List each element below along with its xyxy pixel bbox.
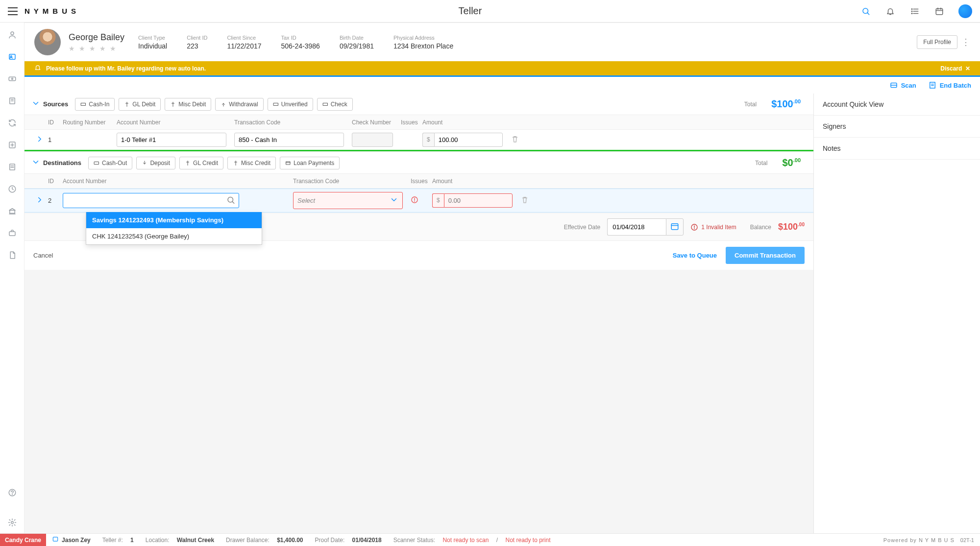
search-icon[interactable] [860,6,871,17]
sources-title: Sources [43,100,68,108]
meta-label-id: Client ID [187,35,207,41]
pill-cash-in[interactable]: Cash-In [75,98,115,111]
trash-icon[interactable] [511,138,519,145]
src-id: 1 [44,136,59,143]
th-id-d: ID [44,178,59,185]
rail-file-icon[interactable] [8,251,17,261]
pill-gl-debit[interactable]: GL Debit [119,98,161,111]
svg-point-5 [911,8,912,9]
svg-rect-49 [672,224,679,230]
rail-id-icon[interactable] [8,52,17,63]
status-chip[interactable]: Candy Crane [0,534,46,546]
dropdown-option-chk[interactable]: CHK 1241232543 (George Bailey) [86,228,262,244]
svg-rect-54 [53,537,57,541]
dest-thead: ID Account Number Transaction Code Issue… [24,174,813,189]
rail-person-icon[interactable] [8,30,17,41]
rail-note-icon[interactable] [8,163,17,173]
scan-button[interactable]: Scan [889,81,916,90]
calendar-icon[interactable] [666,218,684,236]
pill-misc-debit[interactable]: Misc Debit [165,98,211,111]
rail-gear-icon[interactable] [8,518,17,533]
dest-tcode-select[interactable]: Select [293,192,403,209]
panel-notes[interactable]: Notes [814,138,980,160]
balance-label: Balance [750,224,771,231]
pill-unverified[interactable]: Unverified [268,98,313,111]
dest-amount-input[interactable] [444,193,513,208]
sources-section: Sources Cash-In GL Debit Misc Debit With… [24,94,813,151]
panel-signers[interactable]: Signers [814,116,980,138]
pill-check[interactable]: Check [317,98,353,111]
status-user: Jason Zey [46,536,97,544]
th-amount: Amount [418,119,507,126]
dest-id: 2 [44,197,59,204]
row-expand-icon[interactable] [35,198,44,206]
commit-transaction-button[interactable]: Commit Transaction [726,247,805,264]
source-row-1: 1 $ [24,130,813,151]
rating-stars[interactable]: ★ ★ ★ ★ ★ [69,45,124,52]
rail-bank-icon[interactable] [8,207,17,217]
save-to-queue-button[interactable]: Save to Queue [673,252,717,259]
th-issues: Issues [397,119,418,126]
meta-value-id: 223 [187,42,207,50]
dest-collapse-icon[interactable] [31,158,41,168]
panel-quick-view[interactable]: Account Quick View [814,94,980,116]
powered-by: Powered by N Y M B U S [883,537,955,543]
rail-plus-icon[interactable] [8,141,17,151]
meta-label-tax: Tax ID [281,35,320,41]
src-amount-input[interactable] [434,133,503,147]
end-batch-button[interactable]: End Batch [928,81,971,90]
dest-account-search-input[interactable] [63,193,239,208]
src-tcode-input[interactable] [234,133,344,147]
svg-line-45 [232,201,234,203]
trash-icon[interactable] [520,198,529,206]
th-check: Check Number [348,119,397,126]
pill-deposit[interactable]: Deposit [136,157,175,169]
pill-misc-credit[interactable]: Misc Credit [227,157,276,169]
meta-value-since: 11/22/2017 [227,42,261,50]
th-amount-d: Amount [428,178,516,185]
alert-banner: Please follow up with Mr. Bailey regardi… [24,61,980,75]
calendar-icon[interactable] [934,6,945,17]
client-name: George Bailey [69,32,124,43]
meta-label-type: Client Type [138,35,167,41]
pill-cash-out[interactable]: Cash-Out [88,157,132,169]
dropdown-option-savings[interactable]: Savings 1241232493 (Membership Savings) [86,212,262,228]
rail-book-icon[interactable] [8,96,17,107]
th-account: Account Number [113,119,230,126]
pill-gl-credit[interactable]: GL Credit [179,157,223,169]
account-dropdown: Savings 1241232493 (Membership Savings) … [86,212,262,245]
eff-date-input[interactable] [607,218,666,236]
th-issues-d: Issues [407,178,428,185]
th-tcode-d: Transaction Code [289,178,407,185]
dest-total: $0.00 [782,157,801,168]
user-icon [52,536,59,544]
th-account-d: Account Number [59,178,289,185]
svg-point-7 [911,13,912,14]
balance-amount: $100.00 [778,222,805,232]
rail-help-icon[interactable] [8,488,17,506]
brand-logo: NYMBUS [24,7,80,15]
sources-collapse-icon[interactable] [31,99,41,109]
th-id: ID [44,119,59,126]
svg-point-12 [11,32,14,35]
pill-withdrawal[interactable]: Withdrawal [215,98,263,111]
list-icon[interactable] [909,6,920,17]
sources-total: $100.00 [771,98,801,110]
svg-point-32 [11,522,13,524]
rail-cash-icon[interactable] [8,74,17,85]
alert-bell-icon [34,64,41,72]
src-account-input[interactable] [117,133,226,147]
pill-loan-payments[interactable]: Loan Payments [280,157,340,169]
eff-date-label: Effective Date [564,224,600,231]
rail-briefcase-icon[interactable] [8,229,17,239]
row-expand-icon[interactable] [35,138,44,145]
bell-icon[interactable] [885,6,896,17]
rail-clock-icon[interactable] [8,185,17,195]
rail-sync-icon[interactable] [8,119,17,129]
cancel-button[interactable]: Cancel [33,252,53,259]
kebab-icon[interactable]: ⋮ [961,38,970,47]
discard-button[interactable]: Discard ✕ [940,65,970,72]
user-avatar[interactable] [958,4,972,18]
full-profile-button[interactable]: Full Profile [917,35,957,49]
hamburger-icon[interactable] [8,7,18,15]
